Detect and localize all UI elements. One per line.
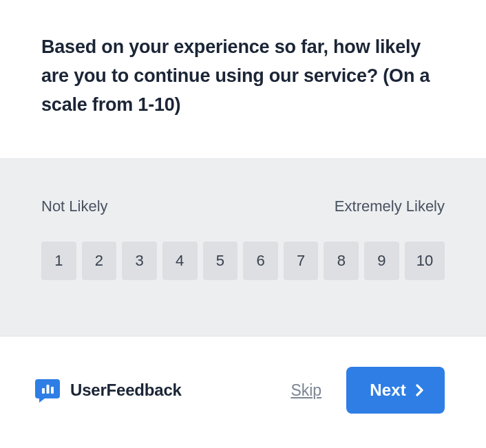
brand-icon — [33, 376, 62, 405]
scale-option-8[interactable]: 8 — [324, 242, 359, 280]
skip-button[interactable]: Skip — [290, 381, 321, 400]
footer-section: UserFeedback Skip Next — [0, 337, 486, 448]
scale-labels: Not Likely Extremely Likely — [41, 198, 445, 215]
scale-option-4[interactable]: 4 — [162, 242, 198, 280]
scale-option-1[interactable]: 1 — [41, 242, 76, 280]
scale-label-high: Extremely Likely — [335, 198, 445, 215]
question-text: Based on your experience so far, how lik… — [41, 33, 445, 120]
next-button[interactable]: Next — [346, 367, 445, 414]
brand: UserFeedback — [33, 376, 182, 405]
scale-buttons: 1 2 3 4 5 6 7 8 9 10 — [41, 242, 445, 280]
svg-rect-0 — [42, 388, 45, 394]
brand-name: UserFeedback — [70, 381, 182, 400]
svg-rect-2 — [51, 387, 54, 394]
footer-actions: Skip Next — [290, 367, 445, 414]
svg-rect-1 — [47, 385, 50, 394]
scale-option-9[interactable]: 9 — [364, 242, 399, 280]
next-button-label: Next — [370, 381, 406, 400]
question-section: Based on your experience so far, how lik… — [0, 0, 486, 159]
scale-option-2[interactable]: 2 — [82, 242, 117, 280]
scale-label-low: Not Likely — [41, 198, 108, 215]
scale-section: Not Likely Extremely Likely 1 2 3 4 5 6 … — [0, 159, 486, 337]
scale-option-5[interactable]: 5 — [203, 242, 238, 280]
survey-card: Based on your experience so far, how lik… — [0, 0, 486, 448]
scale-option-3[interactable]: 3 — [122, 242, 157, 280]
chevron-right-icon — [416, 384, 424, 396]
scale-option-6[interactable]: 6 — [243, 242, 278, 280]
scale-option-10[interactable]: 10 — [405, 242, 445, 280]
scale-option-7[interactable]: 7 — [284, 242, 319, 280]
